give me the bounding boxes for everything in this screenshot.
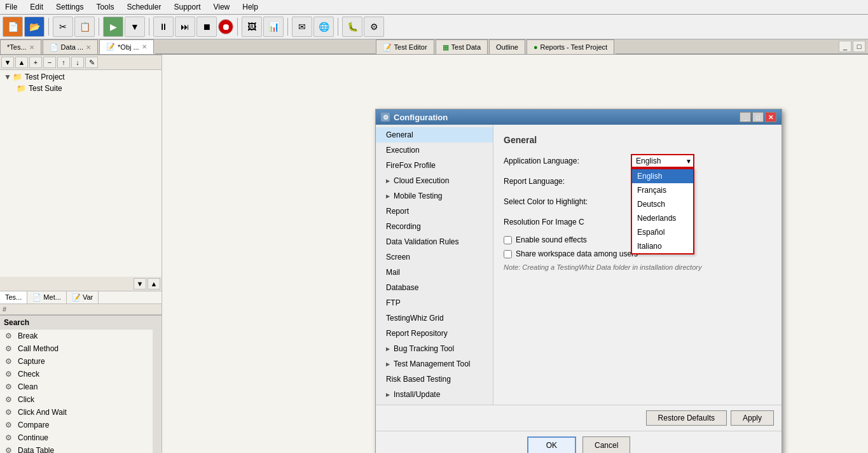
- language-option-deutsch[interactable]: Deutsch: [632, 197, 693, 211]
- language-option-italiano[interactable]: Italiano: [632, 239, 693, 253]
- inner-collapse-btn[interactable]: ▼: [134, 278, 146, 289]
- search-item[interactable]: ⚙Break: [0, 330, 153, 342]
- search-item[interactable]: ⚙Compare: [0, 419, 153, 431]
- run-dropdown-button[interactable]: ▼: [125, 17, 145, 37]
- inner-expand-btn[interactable]: ▲: [148, 278, 160, 289]
- restore-defaults-button[interactable]: Restore Defaults: [646, 410, 727, 426]
- main-tab-reports[interactable]: ● Reports - Test Project: [527, 39, 614, 54]
- tab-obj-label: *Obj ...: [118, 43, 139, 51]
- tab-obj[interactable]: 📝 *Obj ... ✕: [99, 39, 154, 54]
- nav-item-execution[interactable]: Execution: [376, 143, 493, 158]
- open-button[interactable]: 📂: [24, 17, 45, 37]
- nav-item-database[interactable]: Database: [376, 280, 493, 295]
- search-item[interactable]: ⚙Capture: [0, 355, 153, 368]
- nav-item-bug-tracking-tool[interactable]: Bug Tracking Tool: [376, 341, 493, 356]
- search-item[interactable]: ⚙Clean: [0, 380, 153, 393]
- nav-item-recording[interactable]: Recording: [376, 219, 493, 234]
- add-btn[interactable]: +: [29, 57, 42, 68]
- dialog-body: GeneralExecutionFireFox ProfileCloud Exe…: [376, 125, 782, 405]
- menu-view[interactable]: View: [210, 1, 232, 13]
- app-language-select[interactable]: English: [631, 154, 694, 168]
- img1-button[interactable]: 🖼: [242, 17, 262, 37]
- expand-btn[interactable]: ▲: [15, 57, 28, 68]
- menu-support[interactable]: Support: [171, 1, 203, 13]
- translate-button[interactable]: 🌐: [313, 17, 334, 37]
- tab-tes-close[interactable]: ✕: [29, 44, 34, 51]
- nav-item-testingwhiz-grid[interactable]: TestingWhiz Grid: [376, 310, 493, 326]
- search-item[interactable]: ⚙Data Table: [0, 444, 153, 453]
- nav-item-risk-based-testing[interactable]: Risk Based Testing: [376, 372, 493, 387]
- nav-item-ftp[interactable]: FTP: [376, 295, 493, 310]
- search-item[interactable]: ⚙Call Method: [0, 342, 153, 355]
- search-item[interactable]: ⚙Click And Wait: [0, 406, 153, 419]
- language-option-english[interactable]: English: [632, 169, 693, 183]
- search-panel: Search ⚙Break⚙Call Method⚙Capture⚙Check⚙…: [0, 315, 162, 453]
- main-tab-test-data[interactable]: ▦ Test Data: [436, 39, 488, 54]
- minimize-main[interactable]: _: [839, 41, 851, 52]
- nav-item-report[interactable]: Report: [376, 204, 493, 219]
- nav-item-general[interactable]: General: [376, 127, 493, 143]
- maximize-main[interactable]: □: [853, 41, 865, 52]
- menu-settings[interactable]: Settings: [53, 1, 86, 13]
- menu-tools[interactable]: Tools: [93, 1, 116, 13]
- inner-tab-met[interactable]: 📄 Met...: [27, 291, 67, 303]
- record-button[interactable]: ⏺: [218, 19, 233, 34]
- down-btn[interactable]: ↓: [71, 57, 84, 68]
- tab-tes[interactable]: *Tes... ✕: [0, 39, 41, 54]
- nav-item-data-validation-rules[interactable]: Data Validation Rules: [376, 234, 493, 249]
- language-option-français[interactable]: Français: [632, 183, 693, 197]
- menu-file[interactable]: File: [3, 1, 20, 13]
- pause-button[interactable]: ⏸: [153, 17, 174, 37]
- nav-item-mail[interactable]: Mail: [376, 265, 493, 280]
- tab-data[interactable]: 📄 Data ... ✕: [43, 39, 98, 54]
- copy-button[interactable]: 📋: [74, 17, 95, 37]
- nav-item-cloud-execution[interactable]: Cloud Execution: [376, 173, 493, 188]
- language-option-nederlands[interactable]: Nederlands: [632, 211, 693, 225]
- nav-item-test-management-tool[interactable]: Test Management Tool: [376, 356, 493, 372]
- nav-item-report-repository[interactable]: Report Repository: [376, 326, 493, 341]
- search-scrollbar[interactable]: [153, 330, 162, 453]
- run-button[interactable]: ▶: [103, 17, 123, 37]
- dialog-minimize-btn[interactable]: _: [740, 112, 751, 122]
- language-option-español[interactable]: Español: [632, 225, 693, 239]
- cut-button[interactable]: ✂: [53, 17, 73, 37]
- nav-item-firefox-profile[interactable]: FireFox Profile: [376, 158, 493, 173]
- enable-sound-checkbox[interactable]: [504, 236, 512, 244]
- search-item[interactable]: ⚙Check: [0, 368, 153, 380]
- collapse-btn[interactable]: ▼: [1, 57, 14, 68]
- search-item[interactable]: ⚙Click: [0, 393, 153, 406]
- tree-project[interactable]: ▼ 📁 Test Project: [1, 71, 160, 83]
- nav-item-install/update[interactable]: Install/Update: [376, 387, 493, 402]
- tree-suite[interactable]: 📁 Test Suite: [1, 83, 160, 94]
- tab-obj-close[interactable]: ✕: [142, 43, 147, 50]
- stop-button[interactable]: ⏹: [196, 17, 217, 37]
- nav-item-mobile-testing[interactable]: Mobile Testing: [376, 188, 493, 204]
- menu-scheduler[interactable]: Scheduler: [124, 1, 163, 13]
- apply-button[interactable]: Apply: [731, 410, 774, 426]
- menu-edit[interactable]: Edit: [27, 1, 46, 13]
- edit-btn[interactable]: ✎: [85, 57, 98, 68]
- email-button[interactable]: ✉: [292, 17, 312, 37]
- cancel-button[interactable]: Cancel: [582, 436, 630, 453]
- main-tab-outline[interactable]: Outline: [489, 39, 525, 54]
- share-workspace-checkbox[interactable]: [504, 250, 512, 258]
- remove-btn[interactable]: −: [43, 57, 56, 68]
- search-item[interactable]: ⚙Continue: [0, 431, 153, 444]
- dialog-close-btn[interactable]: ✕: [765, 112, 776, 122]
- settings-button[interactable]: ⚙: [364, 17, 384, 37]
- menu-help[interactable]: Help: [240, 1, 261, 13]
- inner-tab-var[interactable]: 📝 Var: [67, 291, 99, 303]
- project-label: Test Project: [25, 73, 65, 81]
- bug-button[interactable]: 🐛: [342, 17, 362, 37]
- ok-button[interactable]: OK: [527, 436, 576, 453]
- nav-item-screen[interactable]: Screen: [376, 249, 493, 265]
- search-item-label: Compare: [18, 421, 49, 429]
- inner-tab-tes[interactable]: Tes...: [0, 291, 27, 303]
- dialog-maximize-btn[interactable]: □: [752, 112, 764, 122]
- up-btn[interactable]: ↑: [57, 57, 70, 68]
- new-button[interactable]: 📄: [3, 17, 23, 37]
- step-button[interactable]: ⏭: [175, 17, 195, 37]
- tab-data-close[interactable]: ✕: [86, 44, 91, 51]
- main-tab-test-editor[interactable]: 📝 Test Editor: [376, 39, 434, 54]
- img2-button[interactable]: 📊: [263, 17, 284, 37]
